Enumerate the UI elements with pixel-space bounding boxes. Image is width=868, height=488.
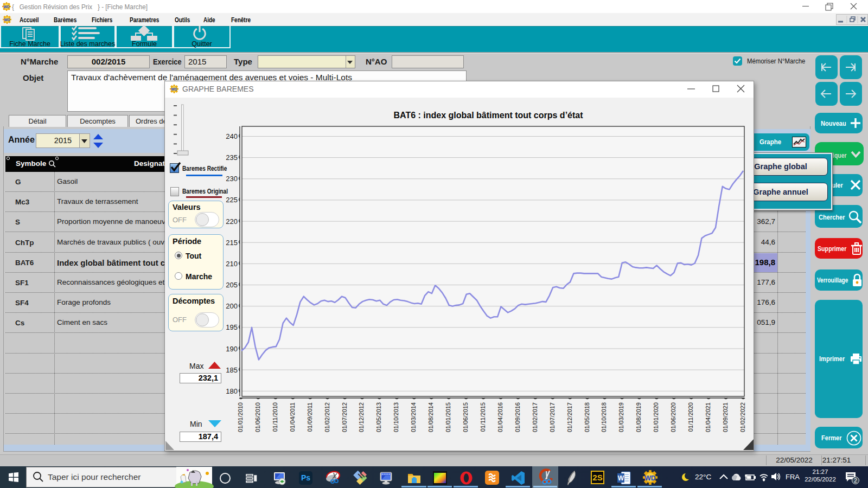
svg-text:01/01/2015: 01/01/2015 — [445, 402, 451, 432]
svg-text:01/03/2014: 01/03/2014 — [410, 402, 417, 432]
svg-text:220: 220 — [226, 217, 238, 226]
svg-text:01/08/2014: 01/08/2014 — [427, 402, 434, 432]
svg-text:01/11/2010: 01/11/2010 — [272, 402, 278, 432]
svg-text:240: 240 — [226, 132, 238, 140]
svg-text:W: W — [618, 474, 624, 482]
svg-text:01/12/2017: 01/12/2017 — [566, 402, 573, 432]
svg-text:WD: WD — [645, 474, 656, 482]
svg-text:01/10/2018: 01/10/2018 — [601, 402, 607, 432]
svg-text:225: 225 — [226, 196, 238, 204]
svg-text:185: 185 — [226, 366, 238, 374]
svg-text:01/02/2017: 01/02/2017 — [532, 402, 538, 432]
svg-text:01/07/2017: 01/07/2017 — [549, 402, 556, 432]
svg-text:205: 205 — [226, 281, 238, 289]
svg-text:01/05/2013: 01/05/2013 — [375, 402, 382, 432]
svg-text:01/09/2021: 01/09/2021 — [722, 402, 729, 432]
svg-text:01/04/2016: 01/04/2016 — [497, 402, 503, 432]
svg-text:01/02/2022: 01/02/2022 — [739, 402, 746, 432]
svg-text:01/03/2019: 01/03/2019 — [618, 402, 624, 432]
svg-text:01/02/2012: 01/02/2012 — [324, 402, 330, 432]
svg-text:195: 195 — [226, 323, 238, 331]
svg-text:215: 215 — [226, 239, 238, 247]
svg-text:01/09/2016: 01/09/2016 — [514, 402, 521, 432]
svg-text:01/04/2011: 01/04/2011 — [289, 402, 296, 432]
svg-text:180: 180 — [226, 387, 238, 395]
svg-text:235: 235 — [226, 153, 238, 162]
svg-text:01/07/2012: 01/07/2012 — [341, 402, 348, 432]
svg-text:01/09/2011: 01/09/2011 — [307, 402, 313, 432]
svg-text:01/11/2020: 01/11/2020 — [687, 402, 694, 432]
svg-text:01/08/2019: 01/08/2019 — [635, 402, 642, 432]
svg-text:230: 230 — [226, 175, 238, 183]
svg-text:01/12/2012: 01/12/2012 — [358, 402, 365, 432]
svg-text:01/06/2020: 01/06/2020 — [670, 402, 676, 432]
svg-text:01/04/2021: 01/04/2021 — [705, 402, 711, 432]
svg-text:01/06/2015: 01/06/2015 — [462, 402, 469, 432]
svg-text:210: 210 — [226, 260, 238, 268]
svg-text:01/01/2010: 01/01/2010 — [237, 402, 244, 432]
svg-text:01/05/2018: 01/05/2018 — [584, 402, 590, 432]
svg-text:190: 190 — [226, 345, 238, 353]
svg-text:WD: WD — [171, 87, 177, 91]
svg-text:01/01/2020: 01/01/2020 — [653, 402, 659, 432]
svg-text:200: 200 — [226, 302, 238, 310]
svg-text:01/06/2010: 01/06/2010 — [254, 402, 261, 432]
svg-text:2: 2 — [854, 477, 857, 484]
svg-text:01/11/2015: 01/11/2015 — [480, 402, 486, 432]
svg-text:01/10/2013: 01/10/2013 — [393, 402, 399, 432]
